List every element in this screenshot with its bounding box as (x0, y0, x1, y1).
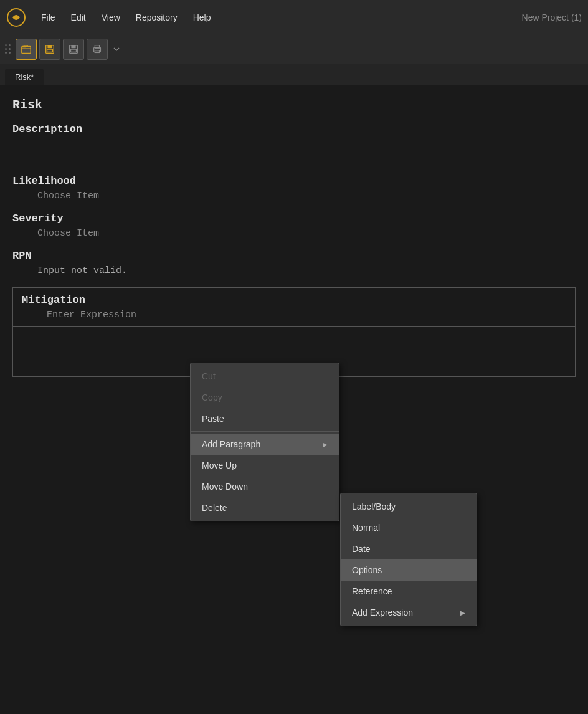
section-severity: Severity Choose Item (12, 212, 576, 239)
open-button[interactable] (16, 39, 37, 60)
save-as-button[interactable] (63, 39, 84, 60)
project-title: New Project (1) (522, 12, 582, 22)
rpn-label: RPN (12, 250, 576, 262)
app-logo (6, 7, 26, 27)
tab-bar: Risk* (0, 64, 588, 85)
likelihood-value[interactable]: Choose Item (12, 191, 576, 201)
severity-label: Severity (12, 212, 576, 224)
context-menu-overlay: Cut Copy Paste Add Paragraph ▶ Label/Bod… (190, 363, 339, 521)
svg-rect-8 (71, 49, 77, 52)
context-divider-1 (191, 431, 339, 432)
submenu-normal[interactable]: Normal (341, 517, 477, 538)
context-menu: Cut Copy Paste Add Paragraph ▶ Label/Bod… (190, 363, 339, 521)
main-content: Risk Description Likelihood Choose Item … (0, 85, 588, 714)
svg-rect-11 (95, 50, 99, 52)
context-menu-add-paragraph[interactable]: Add Paragraph ▶ Label/Body Normal Date O… (191, 434, 339, 455)
description-label: Description (12, 123, 576, 135)
chevron-right-icon: ▶ (323, 441, 328, 448)
context-menu-move-up[interactable]: Move Up (191, 455, 339, 476)
section-likelihood: Likelihood Choose Item (12, 175, 576, 201)
mitigation-label: Mitigation (22, 294, 566, 306)
context-menu-copy[interactable]: Copy (191, 387, 339, 408)
tab-risk[interactable]: Risk* (5, 69, 44, 85)
context-menu-paste[interactable]: Paste (191, 408, 339, 429)
section-mitigation[interactable]: Mitigation Enter Expression (12, 287, 576, 327)
risk-title: Risk (12, 98, 576, 112)
context-menu-cut[interactable]: Cut (191, 366, 339, 387)
section-risk-title: Risk (12, 98, 576, 112)
submenu-chevron-right-icon: ▶ (460, 609, 465, 616)
menu-view[interactable]: View (95, 10, 126, 25)
menu-repository[interactable]: Repository (130, 10, 184, 25)
likelihood-label: Likelihood (12, 175, 576, 187)
menu-file[interactable]: File (35, 10, 62, 25)
submenu: Label/Body Normal Date Options Reference (340, 493, 477, 626)
print-button[interactable] (87, 39, 108, 60)
submenu-add-expression[interactable]: Add Expression ▶ (341, 602, 477, 623)
title-bar: File Edit View Repository Help New Proje… (0, 0, 588, 34)
menu-help[interactable]: Help (187, 10, 217, 25)
svg-rect-5 (47, 49, 53, 52)
section-description: Description (12, 123, 576, 164)
submenu-options[interactable]: Options (341, 559, 477, 581)
toolbar-dropdown[interactable] (110, 39, 123, 60)
save-button[interactable] (39, 39, 60, 60)
severity-value[interactable]: Choose Item (12, 228, 576, 239)
menu-edit[interactable]: Edit (65, 10, 92, 25)
rpn-value: Input not valid. (12, 265, 576, 276)
context-menu-delete[interactable]: Delete (191, 497, 339, 518)
section-rpn: RPN Input not valid. (12, 250, 576, 276)
svg-rect-4 (47, 45, 52, 48)
submenu-reference[interactable]: Reference (341, 581, 477, 602)
mitigation-expression[interactable]: Enter Expression (22, 310, 566, 320)
submenu-date[interactable]: Date (341, 538, 477, 559)
toolbar (0, 34, 588, 64)
menu-bar: File Edit View Repository Help (35, 10, 217, 25)
submenu-label-body[interactable]: Label/Body (341, 496, 477, 517)
svg-rect-7 (71, 45, 75, 48)
context-menu-move-down[interactable]: Move Down (191, 476, 339, 497)
